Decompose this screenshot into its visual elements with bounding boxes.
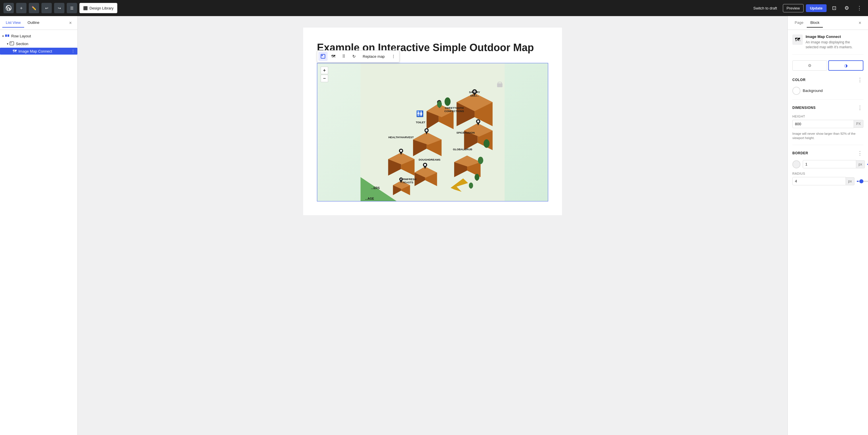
right-panel-tabs: Page Block ×: [788, 16, 868, 30]
page-content: Example on Interactive Simple Outdoor Ma…: [303, 28, 562, 215]
map-block[interactable]: + −: [317, 63, 548, 201]
radius-unit: px: [846, 177, 855, 185]
more-tools-button[interactable]: ⋮: [854, 3, 865, 13]
block-info-icon: 🗺: [793, 34, 803, 45]
svg-text:DELI...: DELI...: [470, 94, 479, 97]
image-map-icon: 🗺: [13, 49, 17, 54]
background-color-row: Background: [793, 87, 863, 95]
block-more-button[interactable]: ⋮: [389, 52, 398, 61]
svg-point-62: [474, 174, 479, 180]
svg-point-60: [478, 157, 484, 164]
border-color-swatch[interactable]: [793, 160, 800, 168]
tools-button[interactable]: ⚙: [841, 3, 852, 13]
chevron-down-icon: ▾: [7, 42, 8, 45]
border-input-with-unit: px: [803, 160, 865, 168]
undo-button[interactable]: ↩: [41, 3, 52, 13]
color-section-header: Color ⋮: [793, 76, 863, 83]
replace-map-button[interactable]: Replace map: [360, 53, 388, 60]
map-image: + −: [317, 63, 548, 201]
svg-text:FEASTS: FEASTS: [403, 181, 413, 184]
block-wrapper: 🗺 ⠿ ↻ Replace map ⋮ + −: [317, 63, 548, 201]
toolbar-left: ＋ ✏️ ↩ ↪ ☰ ⬛ Design Library: [3, 3, 117, 13]
tree-item-row-layout[interactable]: ▾ Row Layout: [0, 32, 78, 40]
radius-slider[interactable]: [857, 181, 868, 182]
outline-tab[interactable]: Outline: [24, 18, 43, 28]
svg-rect-1: [7, 34, 9, 37]
image-map-label: Image Map Connect: [19, 49, 52, 54]
block-select-button[interactable]: [318, 52, 328, 61]
color-section-more[interactable]: ⋮: [857, 76, 863, 83]
svg-point-45: [424, 164, 426, 166]
svg-text:🚻: 🚻: [416, 110, 424, 118]
svg-point-54: [445, 97, 451, 106]
page-tab[interactable]: Page: [791, 18, 807, 28]
map-svg: 🚻 SAVORY DELI... SWEETTOOTH CONFECTIONS: [317, 63, 548, 201]
dimensions-section-title: Dimensions: [793, 106, 816, 110]
item-more-button[interactable]: ⋮: [71, 49, 75, 54]
chevron-down-icon: ▾: [2, 34, 4, 38]
update-button[interactable]: Update: [806, 4, 827, 12]
radius-input-row: px 🔗: [793, 177, 863, 185]
zoom-out-button[interactable]: −: [321, 75, 328, 82]
block-image-button[interactable]: 🗺: [329, 52, 338, 61]
redo-button[interactable]: ↪: [54, 3, 64, 13]
radius-slider-row: [857, 181, 868, 182]
svg-text:SAVORY: SAVORY: [469, 91, 480, 94]
block-info-text: Image Map Connect An image map displayin…: [806, 34, 863, 50]
svg-rect-5: [321, 55, 323, 56]
edit-tool-button[interactable]: ✏️: [29, 3, 39, 13]
list-view-tab[interactable]: List View: [2, 18, 24, 28]
block-transform-button[interactable]: ↻: [349, 52, 359, 61]
border-value-input[interactable]: [803, 160, 856, 168]
svg-text:GLOBALGRUB: GLOBALGRUB: [453, 148, 472, 151]
right-panel-close-button[interactable]: ×: [855, 19, 865, 28]
svg-rect-0: [5, 34, 7, 37]
zoom-in-button[interactable]: +: [321, 67, 328, 74]
list-view-button[interactable]: ☰: [67, 3, 77, 13]
style-tab[interactable]: ◑: [828, 60, 864, 71]
add-block-button[interactable]: ＋: [16, 3, 27, 13]
section-icon: [9, 41, 14, 46]
switch-to-draft-button[interactable]: Switch to draft: [750, 4, 780, 12]
block-drag-button[interactable]: ⠿: [339, 52, 348, 61]
settings-style-tabs: ⚙ ◑: [793, 60, 863, 71]
design-library-button[interactable]: ⬛ Design Library: [80, 3, 117, 13]
settings-tab[interactable]: ⚙: [793, 60, 827, 71]
main-toolbar: ＋ ✏️ ↩ ↪ ☰ ⬛ Design Library Switch to dr…: [0, 0, 868, 16]
svg-text:DOUGHDREAMS: DOUGHDREAMS: [419, 158, 441, 161]
svg-text:TOILET: TOILET: [416, 121, 425, 124]
divider-2: [793, 145, 863, 145]
height-input[interactable]: [793, 120, 854, 128]
canvas-area: Example on Interactive Simple Outdoor Ma…: [78, 16, 787, 435]
radius-value-input[interactable]: [793, 177, 846, 185]
design-library-icon: ⬛: [83, 6, 88, 10]
border-section-more[interactable]: ⋮: [857, 150, 863, 157]
radius-label: RADIUS: [793, 172, 863, 175]
border-input-row: px 🔗: [793, 160, 863, 168]
border-section-header: Border ⋮: [793, 150, 863, 157]
block-tab[interactable]: Block: [807, 18, 823, 28]
dimensions-section-more[interactable]: ⋮: [857, 104, 863, 111]
section-label: Section: [16, 42, 28, 46]
wp-logo[interactable]: [3, 3, 14, 13]
toolbar-right: Switch to draft Preview Update ⊡ ⚙ ⋮: [750, 3, 865, 13]
settings-panel-button[interactable]: ⊡: [829, 3, 839, 13]
svg-rect-3: [10, 42, 12, 43]
background-color-swatch[interactable]: [793, 87, 800, 95]
color-section-title: Color: [793, 78, 806, 82]
border-unit: px: [856, 160, 865, 168]
svg-text:SWEETTOOTH: SWEETTOOTH: [445, 106, 464, 109]
svg-point-36: [400, 150, 402, 152]
preview-button[interactable]: Preview: [783, 4, 804, 12]
dimensions-section-header: Dimensions ⋮: [793, 104, 863, 111]
tree-item-section[interactable]: ▾ Section: [0, 40, 78, 48]
svg-point-58: [484, 139, 490, 148]
svg-point-64: [469, 182, 473, 189]
panel-close-button[interactable]: ×: [66, 19, 75, 28]
tree-item-image-map-connect[interactable]: 🗺 Image Map Connect ⋮: [0, 48, 78, 55]
right-panel-body: 🗺 Image Map Connect An image map display…: [788, 30, 868, 193]
block-toolbar: 🗺 ⠿ ↻ Replace map ⋮: [317, 50, 400, 62]
divider-1: [793, 99, 863, 100]
svg-rect-80: [497, 83, 502, 87]
row-layout-label: Row Layout: [11, 34, 31, 38]
